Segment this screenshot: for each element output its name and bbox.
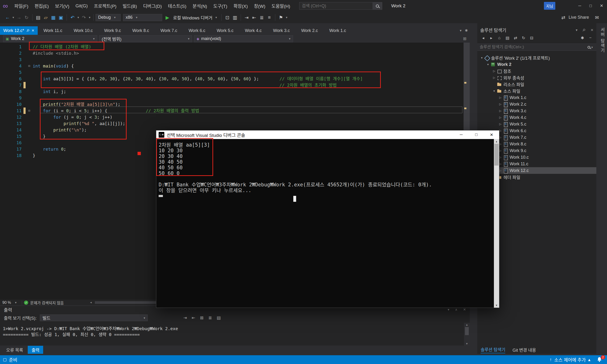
- document-tab[interactable]: Work 4.c: [239, 26, 267, 35]
- output-log[interactable]: 1>Work 2.vcxproj -> D:₩IT Bank 수업₩C언어₩3주…: [0, 323, 464, 346]
- code-health-indicator[interactable]: ✓ 문제가 검색되지 않음: [24, 300, 64, 306]
- menu-item[interactable]: 도구(T): [210, 0, 230, 12]
- tree-item[interactable]: 리소스 파일: [477, 81, 596, 88]
- add-to-source-control-label[interactable]: 소스 제어에 추가: [554, 356, 586, 363]
- console-close-button[interactable]: ✕: [484, 130, 499, 139]
- tree-expand-arrow-icon[interactable]: ▾: [479, 56, 484, 59]
- console-scrollbar[interactable]: ▲ ▼: [494, 139, 499, 308]
- close-panel-icon[interactable]: ✕: [463, 308, 466, 312]
- scrollbar-thumb[interactable]: [465, 327, 469, 335]
- menu-item[interactable]: 창(W): [251, 0, 268, 12]
- clear-output-icon[interactable]: ⊠: [200, 315, 204, 320]
- tree-item[interactable]: ▾솔루션 'Work 2' (1/1개 프로젝트): [477, 54, 596, 61]
- line-number[interactable]: 7: [0, 82, 23, 88]
- line-number[interactable]: 4: [0, 63, 23, 69]
- start-debugging-button[interactable]: ▶ 로컬 Windows 디버거 ▾: [164, 14, 218, 21]
- document-tab[interactable]: Work 2.c: [295, 26, 324, 35]
- search-button[interactable]: [372, 2, 382, 10]
- fold-marker[interactable]: ⊟: [26, 63, 33, 69]
- scroll-up-icon[interactable]: ▲: [464, 323, 470, 326]
- menu-item[interactable]: 테스트(S): [165, 0, 190, 12]
- refresh-icon[interactable]: ↻: [23, 15, 30, 20]
- code-line[interactable]: 13 printf("%d ", aa[i][j]);: [0, 120, 470, 127]
- notifications-bell[interactable]: 2: [597, 357, 604, 363]
- forward-icon[interactable]: ▸: [488, 36, 495, 40]
- panel-tab[interactable]: Git 변경 내용: [512, 347, 536, 353]
- tab-overflow-icon[interactable]: ▾: [460, 28, 462, 33]
- code-line[interactable]: 8 int i, j;: [0, 88, 470, 95]
- preview-selected-items-icon[interactable]: −: [587, 36, 594, 40]
- line-number[interactable]: 3: [0, 56, 23, 63]
- debug-console-window[interactable]: C:₩ 선택 Microsoft Visual Studio 디버그 콘솔 ─ …: [156, 130, 499, 308]
- code-line[interactable]: 2#include <stdio.h>: [0, 50, 470, 56]
- menu-item[interactable]: 보기(V): [52, 0, 72, 12]
- back-icon[interactable]: ◂: [480, 36, 487, 40]
- caret-up-icon[interactable]: ▴: [588, 357, 590, 362]
- tree-item[interactable]: ▷Work 5.c: [477, 121, 596, 127]
- close-button[interactable]: ✕: [596, 0, 607, 12]
- solution-search-input[interactable]: [480, 45, 588, 50]
- word-wrap-icon[interactable]: ≣: [208, 315, 212, 320]
- panel-tab[interactable]: 오류 목록: [2, 346, 27, 354]
- document-tab[interactable]: Work 7.c: [155, 26, 183, 35]
- line-number[interactable]: 17: [0, 146, 23, 152]
- switch-views-icon[interactable]: ▤: [504, 36, 511, 40]
- tree-expand-arrow-icon[interactable]: ▷: [492, 76, 497, 79]
- menu-item[interactable]: 디버그(D): [140, 0, 165, 12]
- document-tab[interactable]: Work 1.c: [324, 26, 352, 35]
- line-number[interactable]: 9: [0, 95, 23, 101]
- live-share-label[interactable]: Live Share: [569, 15, 589, 20]
- menu-item[interactable]: 확장(X): [231, 0, 251, 12]
- panel-tab[interactable]: 출력: [28, 346, 43, 354]
- code-map-icon[interactable]: ▥: [231, 15, 239, 20]
- menu-item[interactable]: 파일(F): [11, 0, 31, 12]
- undo-icon[interactable]: ↶: [69, 15, 76, 20]
- line-number[interactable]: 11: [0, 107, 23, 114]
- window-position-icon[interactable]: ▾: [448, 308, 449, 312]
- code-line[interactable]: 11⊟ for (i = 0; i < 5; i++) { // 2차원 배열의…: [0, 107, 470, 114]
- open-folder-icon[interactable]: ▱: [42, 15, 50, 20]
- tree-item[interactable]: ▷Work 2.c: [477, 101, 596, 107]
- menu-item[interactable]: Git(G): [72, 0, 91, 12]
- quick-search-box[interactable]: [299, 2, 382, 10]
- line-number[interactable]: 8: [0, 88, 23, 95]
- code-line[interactable]: 9: [0, 95, 470, 101]
- line-number[interactable]: 15: [0, 133, 23, 140]
- sync-with-active-document-icon[interactable]: ⇄: [512, 36, 519, 40]
- tree-item[interactable]: ▾소스 파일: [477, 88, 596, 94]
- comment-icon[interactable]: ≣: [258, 15, 266, 20]
- code-line[interactable]: 12 for (j = 0; j < 3; j++): [0, 114, 470, 120]
- tree-item[interactable]: ▷Work 1.c: [477, 94, 596, 101]
- document-tab[interactable]: Work 10.c: [68, 26, 99, 35]
- line-number[interactable]: 5: [0, 69, 23, 76]
- save-icon[interactable]: ▦: [50, 15, 57, 20]
- close-tab-icon[interactable]: ✕: [31, 28, 35, 33]
- line-number[interactable]: 14: [0, 127, 23, 133]
- member-dropdown[interactable]: ◈ main(void) ▾: [194, 35, 293, 42]
- maximize-button[interactable]: □: [585, 0, 596, 12]
- line-number[interactable]: 13: [0, 120, 23, 127]
- tree-expand-arrow-icon[interactable]: ▷: [498, 96, 503, 99]
- user-account-badge[interactable]: 지님: [544, 2, 555, 10]
- menu-item[interactable]: 프로젝트(P): [91, 0, 120, 12]
- output-scrollbar[interactable]: ▲ ▼: [464, 323, 470, 346]
- code-line[interactable]: 1// 다차원 배열 (2차원 배열): [0, 44, 470, 50]
- code-line[interactable]: 6 int aa[5][3] = { {10, 20, 30}, {20, 30…: [0, 76, 470, 82]
- window-position-icon[interactable]: ▾: [576, 28, 578, 32]
- output-source-dropdown[interactable]: 빌드 ▾: [40, 314, 148, 321]
- document-tab[interactable]: Work 11.c: [38, 26, 68, 35]
- attach-process-icon[interactable]: ⊡: [224, 15, 231, 20]
- navigate-back-caret-icon[interactable]: ▾: [11, 16, 15, 19]
- document-tab[interactable]: Work 3.c: [267, 26, 295, 35]
- uncomment-icon[interactable]: ≡: [266, 15, 273, 20]
- redo-caret-icon[interactable]: ▾: [88, 16, 92, 19]
- scope-dropdown[interactable]: (전역 범위) ▾: [99, 35, 192, 42]
- refresh-icon[interactable]: ↻: [520, 36, 527, 40]
- tree-expand-arrow-icon[interactable]: ▷: [492, 69, 497, 73]
- feedback-icon[interactable]: ✉: [593, 15, 601, 20]
- fold-marker[interactable]: ⊟: [26, 107, 33, 114]
- code-line[interactable]: 7 // 2차원 배열의 초기화 방법: [0, 82, 470, 88]
- split-editor-icon[interactable]: ⊞: [463, 36, 466, 41]
- tree-expand-arrow-icon[interactable]: ▷: [498, 109, 503, 113]
- navigate-back-icon[interactable]: ←: [4, 15, 11, 20]
